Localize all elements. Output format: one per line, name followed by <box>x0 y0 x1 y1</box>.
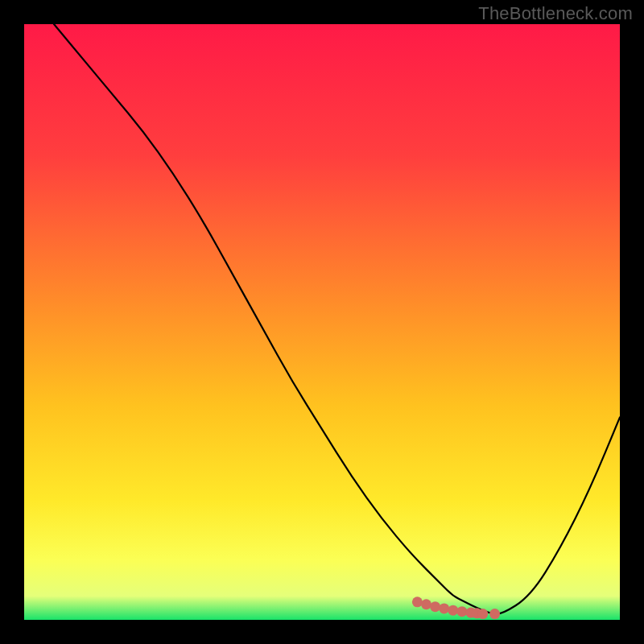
marker-dot <box>430 601 440 612</box>
marker-dot <box>456 606 467 617</box>
marker-dot <box>412 597 423 607</box>
chart-frame: TheBottleneck.com <box>0 0 644 644</box>
chart-svg <box>24 24 620 620</box>
bottleneck-curve <box>54 24 620 614</box>
marker-dot <box>448 605 458 616</box>
marker-dot <box>439 603 449 613</box>
plot-area <box>24 24 620 620</box>
watermark-text: TheBottleneck.com <box>478 3 633 24</box>
near-optimum-markers <box>412 597 500 619</box>
marker-dot <box>421 599 431 609</box>
marker-dot <box>489 609 500 619</box>
marker-dot <box>477 609 488 619</box>
